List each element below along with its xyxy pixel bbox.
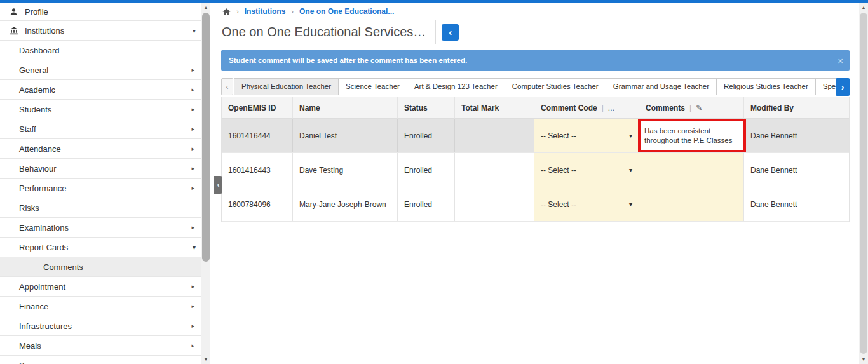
table-row[interactable]: 1601416443 Dave Testing Enrolled -- Sele… bbox=[222, 153, 849, 187]
sidebar-item-label: Academic bbox=[19, 85, 55, 95]
back-button[interactable]: ‹ bbox=[442, 24, 459, 41]
tab-physical-education-teacher[interactable]: Physical Education Teacher bbox=[234, 78, 339, 95]
comment-code-select[interactable]: -- Select -- ▾ bbox=[534, 200, 639, 209]
column-header-comment-code: Comment Code | ... bbox=[534, 97, 639, 119]
select-value: -- Select -- bbox=[541, 166, 576, 175]
cell-total-mark bbox=[455, 119, 534, 152]
sidebar-item-label: Institutions bbox=[25, 26, 64, 36]
sidebar-item-academic[interactable]: Academic ▸ bbox=[0, 80, 201, 100]
chevron-right-icon: ▸ bbox=[191, 126, 194, 132]
sidebar-item-survey[interactable]: Survey ▸ bbox=[0, 356, 201, 364]
cell-modified-by: Dane Bennett bbox=[744, 153, 849, 187]
sidebar-item-students[interactable]: Students ▸ bbox=[0, 100, 201, 119]
column-header-name: Name bbox=[293, 97, 398, 119]
tabs-bar: ‹ Physical Education Teacher Science Tea… bbox=[221, 78, 850, 96]
sidebar-item-examinations[interactable]: Examinations ▸ bbox=[0, 218, 201, 238]
cell-name: Daniel Test bbox=[293, 119, 398, 152]
sidebar-item-risks[interactable]: Risks bbox=[0, 198, 201, 218]
cell-name: Mary-Jane Joseph-Brown bbox=[293, 187, 398, 221]
home-icon[interactable] bbox=[222, 8, 231, 16]
more-options-icon[interactable]: ... bbox=[608, 104, 614, 112]
sidebar-item-performance[interactable]: Performance ▸ bbox=[0, 179, 201, 198]
main-content: › Institutions › One on One Educational.… bbox=[210, 3, 859, 364]
sidebar-item-label: Behaviour bbox=[19, 164, 57, 173]
cell-openemis-id: 1601416443 bbox=[222, 153, 293, 187]
breadcrumb: › Institutions › One on One Educational.… bbox=[221, 3, 850, 20]
chevron-right-icon: ▸ bbox=[191, 283, 194, 290]
scroll-up-button[interactable]: ▲ bbox=[201, 3, 210, 12]
breadcrumb-separator-icon: › bbox=[291, 8, 294, 15]
chevron-right-icon: ▸ bbox=[191, 303, 194, 309]
breadcrumb-institutions[interactable]: Institutions bbox=[245, 7, 286, 16]
breadcrumb-current-page[interactable]: One on One Educational... bbox=[299, 7, 394, 16]
comment-input-cell[interactable] bbox=[639, 187, 744, 221]
scrollbar-thumb[interactable] bbox=[202, 13, 210, 262]
sidebar-item-label: Finance bbox=[19, 302, 48, 311]
sidebar: Profile Institutions ▾ Dashboard General… bbox=[0, 3, 201, 364]
table-header-row: OpenEMIS ID Name Status Total Mark Comme… bbox=[222, 97, 849, 119]
cell-openemis-id: 1601416444 bbox=[222, 119, 293, 152]
sidebar-item-general[interactable]: General ▸ bbox=[0, 60, 201, 80]
table-row[interactable]: 1601416444 Daniel Test Enrolled -- Selec… bbox=[222, 119, 849, 153]
comments-table: OpenEMIS ID Name Status Total Mark Comme… bbox=[221, 97, 850, 222]
comment-code-select[interactable]: -- Select -- ▾ bbox=[534, 131, 639, 140]
sidebar-item-comments[interactable]: Comments bbox=[0, 257, 201, 277]
sidebar-collapse-handle[interactable]: ‹ bbox=[214, 176, 222, 194]
sidebar-item-label: General bbox=[19, 65, 48, 75]
sidebar-item-institutions[interactable]: Institutions ▾ bbox=[0, 21, 201, 41]
scroll-down-button[interactable]: ▼ bbox=[201, 354, 210, 364]
close-icon[interactable]: × bbox=[837, 55, 843, 66]
header-separator: | bbox=[602, 104, 604, 112]
sidebar-scrollbar[interactable]: ▲ ▼ bbox=[201, 3, 210, 364]
chevron-right-icon: ▸ bbox=[191, 342, 194, 349]
tab-science-teacher[interactable]: Science Teacher bbox=[338, 78, 407, 95]
sidebar-item-meals[interactable]: Meals ▸ bbox=[0, 336, 201, 356]
sidebar-item-profile[interactable]: Profile bbox=[0, 3, 201, 21]
column-header-label: Comment Code bbox=[541, 104, 597, 112]
sidebar-item-staff[interactable]: Staff ▸ bbox=[0, 119, 201, 139]
tab-computer-studies-teacher[interactable]: Computer Studies Teacher bbox=[505, 78, 606, 95]
column-header-status: Status bbox=[398, 97, 455, 119]
scroll-down-button[interactable]: ▼ bbox=[859, 354, 868, 364]
sidebar-item-label: Comments bbox=[43, 262, 83, 272]
cell-status: Enrolled bbox=[398, 187, 455, 221]
cell-modified-by: Dane Bennett bbox=[744, 119, 849, 152]
scrollbar-thumb[interactable] bbox=[860, 13, 867, 354]
column-header-comments: Comments | ✎ bbox=[639, 97, 744, 119]
chevron-right-icon: ▸ bbox=[191, 165, 194, 172]
sidebar-item-appointment[interactable]: Appointment ▸ bbox=[0, 277, 201, 297]
comment-code-select[interactable]: -- Select -- ▾ bbox=[534, 166, 639, 175]
sidebar-item-finance[interactable]: Finance ▸ bbox=[0, 297, 201, 316]
scroll-up-button[interactable]: ▲ bbox=[859, 3, 868, 12]
chevron-down-icon: ▾ bbox=[193, 27, 196, 34]
comment-highlight-box: Has been consistent throughout the P.E C… bbox=[638, 119, 746, 152]
sidebar-item-infrastructures[interactable]: Infrastructures ▸ bbox=[0, 316, 201, 336]
tab-scroll-left-button[interactable]: ‹ bbox=[221, 78, 233, 95]
tab-grammar-usage-teacher[interactable]: Grammar and Usage Teacher bbox=[606, 78, 717, 95]
sidebar-item-label: Dashboard bbox=[19, 46, 60, 55]
tab-religious-studies-teacher[interactable]: Religious Studies Teacher bbox=[716, 78, 816, 95]
comment-text: Has been consistent throughout the P.E C… bbox=[644, 126, 740, 145]
chevron-down-icon: ▾ bbox=[193, 244, 196, 251]
chevron-down-icon: ▾ bbox=[629, 201, 632, 208]
chevron-right-icon: ▸ bbox=[191, 224, 194, 231]
comment-input-cell[interactable]: Has been consistent throughout the P.E C… bbox=[639, 119, 744, 152]
sidebar-item-behaviour[interactable]: Behaviour ▸ bbox=[0, 159, 201, 179]
sidebar-item-dashboard[interactable]: Dashboard bbox=[0, 41, 201, 60]
sidebar-item-label: Attendance bbox=[19, 144, 61, 154]
cell-total-mark bbox=[455, 153, 534, 187]
sidebar-item-attendance[interactable]: Attendance ▸ bbox=[0, 139, 201, 159]
table-row[interactable]: 1600784096 Mary-Jane Joseph-Brown Enroll… bbox=[222, 187, 849, 222]
page-scrollbar[interactable]: ▲ ▼ bbox=[859, 3, 868, 364]
sidebar-item-label: Infrastructures bbox=[19, 321, 72, 331]
chevron-right-icon: ▸ bbox=[191, 67, 194, 73]
comment-input-cell[interactable] bbox=[639, 153, 744, 187]
sidebar-item-report-cards[interactable]: Report Cards ▾ bbox=[0, 238, 201, 257]
column-header-modified-by: Modified By bbox=[744, 97, 849, 119]
tab-art-design-teacher[interactable]: Art & Design 123 Teacher bbox=[407, 78, 505, 95]
chevron-right-icon: ▸ bbox=[191, 185, 194, 191]
tab-scroll-right-button[interactable]: › bbox=[836, 78, 850, 96]
tab-spelling-teacher[interactable]: Spelling Teacher bbox=[815, 78, 836, 95]
alert-message: Student comment will be saved after the … bbox=[229, 57, 467, 64]
edit-pencil-icon[interactable]: ✎ bbox=[696, 104, 702, 112]
